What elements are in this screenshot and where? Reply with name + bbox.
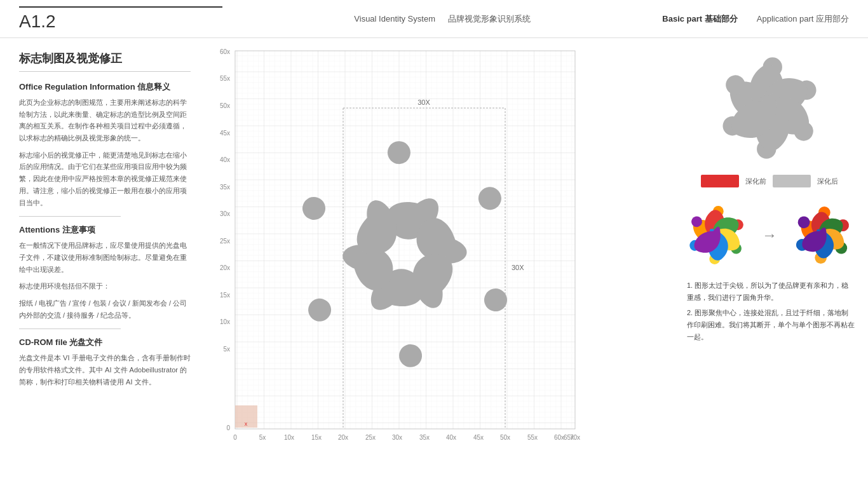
- svg-text:25x: 25x: [365, 434, 376, 441]
- grid-svg: 60x 55x 50x 45x 40x 35x 30x 25x 20x 15x …: [210, 44, 585, 483]
- svg-text:45x: 45x: [473, 434, 484, 441]
- svg-text:15x: 15x: [311, 434, 322, 441]
- left-panel: 标志制图及视觉修正 Office Regulation Information …: [0, 38, 210, 488]
- divider2: [19, 329, 121, 329]
- header: A1.2 Visual Identity System 品牌视觉形象识别系统 B…: [0, 0, 868, 38]
- after-label: 深化后: [817, 177, 838, 186]
- logo-after-svg: [790, 200, 855, 270]
- notes: 1. 图形太过于尖锐，所以为了使品牌更有亲和力，稳重感，我们进行了圆角升华。 2…: [684, 280, 855, 342]
- svg-text:70x: 70x: [570, 434, 580, 441]
- svg-text:35x: 35x: [220, 184, 230, 191]
- svg-text:10x: 10x: [220, 318, 230, 325]
- color-after: [773, 175, 811, 187]
- page-id: A1.2: [19, 6, 222, 32]
- svg-text:30x: 30x: [392, 434, 402, 441]
- svg-text:5x: 5x: [259, 434, 266, 441]
- vis-title: Visual Identity System: [354, 14, 435, 24]
- svg-text:60x: 60x: [554, 434, 564, 441]
- svg-text:20x: 20x: [338, 434, 348, 441]
- color-comparison: 深化前 深化后: [684, 175, 855, 187]
- middle-panel: 60x 55x 50x 45x 40x 35x 30x 25x 20x 15x …: [210, 38, 671, 488]
- svg-text:0: 0: [233, 434, 237, 441]
- section-title: 标志制图及视觉修正: [19, 51, 191, 72]
- color-before: [701, 175, 739, 187]
- block1-title: Office Regulation Information 信息释义: [19, 81, 191, 93]
- svg-text:35x: 35x: [419, 434, 430, 441]
- note2: 2. 图形聚焦中心，连接处混乱，且过于纤细，落地制作印刷困难。我们将其断开，单个…: [687, 307, 855, 342]
- basic-part: Basic part 基础部分: [662, 13, 737, 25]
- svg-text:20x: 20x: [220, 264, 230, 271]
- svg-text:5x: 5x: [223, 346, 230, 353]
- block3-text1: 光盘文件是本 VI 手册电子文件的集合，含有手册制作时的专用软件格式文件。其中 …: [19, 352, 191, 388]
- svg-text:40x: 40x: [220, 156, 230, 163]
- divider1: [19, 216, 121, 217]
- block2-text2: 标志使用环境包括但不限于：: [19, 280, 191, 292]
- svg-text:60x: 60x: [220, 48, 230, 55]
- svg-text:25x: 25x: [220, 238, 230, 245]
- header-right: Basic part 基础部分 Application part 应用部分: [662, 13, 849, 25]
- vis-cn: 品牌视觉形象识别系统: [448, 13, 531, 25]
- svg-text:40x: 40x: [446, 434, 456, 441]
- block2-title: Attentions 注意事项: [19, 224, 191, 236]
- svg-text:55x: 55x: [220, 75, 230, 82]
- right-panel: 深化前 深化后: [671, 38, 868, 488]
- svg-text:30X: 30X: [512, 264, 524, 271]
- block2-text1: 在一般情况下使用品牌标志，应尽量使用提供的光盘电子文件，不建议使用标准制图绘制标…: [19, 240, 191, 275]
- svg-text:55x: 55x: [527, 434, 538, 441]
- color-logo-row: →: [684, 200, 855, 270]
- mono-logo-svg: [709, 48, 830, 168]
- svg-text:30x: 30x: [220, 210, 230, 217]
- logo-before-svg: [684, 200, 749, 270]
- svg-text:10x: 10x: [284, 434, 294, 441]
- arrow-icon: →: [762, 226, 777, 244]
- svg-text:15x: 15x: [220, 292, 230, 299]
- before-label: 深化前: [745, 177, 766, 186]
- mono-logo-container: [684, 48, 855, 168]
- svg-text:x: x: [245, 421, 248, 427]
- svg-text:30X: 30X: [417, 98, 430, 106]
- svg-text:50x: 50x: [500, 434, 510, 441]
- svg-text:0: 0: [226, 424, 230, 431]
- note1: 1. 图形太过于尖锐，所以为了使品牌更有亲和力，稳重感，我们进行了圆角升华。: [687, 280, 855, 303]
- block3-title: CD-ROM file 光盘文件: [19, 337, 191, 348]
- block1-text2: 标志缩小后的视觉修正中，能更清楚地见到标志在缩小后的应用情况。由于它们在某些应用…: [19, 149, 191, 208]
- svg-text:50x: 50x: [220, 102, 230, 109]
- header-center: Visual Identity System 品牌视觉形象识别系统: [222, 13, 662, 25]
- main-content: 标志制图及视觉修正 Office Regulation Information …: [0, 38, 868, 488]
- svg-rect-1: [235, 51, 575, 429]
- block2-text3: 报纸 / 电视广告 / 宣传 / 包装 / 会议 / 新闻发布会 / 公司内外部…: [19, 297, 191, 321]
- block1-text1: 此页为企业标志的制图规范，主要用来阐述标志的科学绘制方法，以此来衡量、确定标志的…: [19, 97, 191, 144]
- app-part: Application part 应用部分: [757, 13, 849, 25]
- svg-text:45x: 45x: [220, 130, 230, 137]
- header-left: A1.2: [19, 6, 222, 32]
